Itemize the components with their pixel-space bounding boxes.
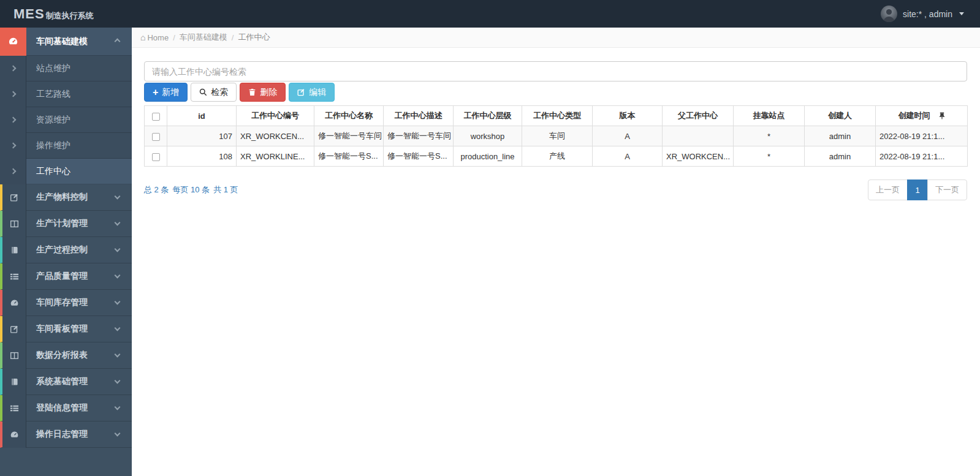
columns-icon: [2, 342, 26, 369]
sidebar-item-work-center[interactable]: 工作中心: [0, 159, 132, 184]
sidebar-item-operation-maintenance[interactable]: 操作维护: [0, 133, 132, 159]
pin-icon[interactable]: [939, 112, 945, 119]
chevron-down-icon: [115, 325, 121, 331]
sidebar-item-resource-maintenance[interactable]: 资源维护: [0, 107, 132, 133]
cell-name: 修一智能一号车间: [314, 126, 384, 146]
page-1-button[interactable]: 1: [907, 179, 928, 200]
next-page-button[interactable]: 下一页: [927, 179, 967, 200]
sidebar-item-station-maintenance[interactable]: 站点维护: [0, 56, 132, 81]
sidebar-group-inventory-management[interactable]: 车间库存管理: [0, 290, 132, 316]
user-label: site:* , admin: [903, 9, 952, 19]
column-header-code[interactable]: 工作中心编号: [237, 106, 314, 126]
sidebar-group-label: 车间库存管理: [26, 297, 115, 308]
top-navbar: MES 制造执行系统 site:* , admin: [0, 0, 980, 28]
breadcrumb-separator: /: [232, 33, 234, 42]
cell-creator: admin: [805, 126, 876, 146]
search-button[interactable]: 检索: [191, 83, 237, 102]
column-header-creator[interactable]: 创建人: [805, 106, 876, 126]
sidebar-group-kanban-management[interactable]: 车间看板管理: [0, 316, 132, 342]
chevron-right-icon: [0, 107, 26, 133]
sidebar-group-material-control[interactable]: 生产物料控制: [0, 184, 132, 211]
search-input[interactable]: [144, 61, 967, 81]
list-icon: [2, 263, 26, 290]
pagination-page-count[interactable]: 共 1 页: [213, 184, 238, 195]
sidebar-group-label: 操作日志管理: [26, 429, 115, 440]
column-header-station[interactable]: 挂靠站点: [734, 106, 805, 126]
dashboard-icon: [0, 28, 26, 56]
sidebar-item-label: 工作中心: [26, 166, 132, 177]
sidebar-item-label: 操作维护: [26, 140, 132, 151]
dashboard-icon: [2, 421, 26, 448]
logo-mes-text: MES: [13, 6, 45, 22]
sidebar-group-process-control[interactable]: 生产过程控制: [0, 237, 132, 263]
cell-desc: 修一智能一号车间: [384, 126, 454, 146]
chevron-right-icon: [0, 159, 26, 184]
app-logo: MES 制造执行系统: [0, 6, 132, 22]
caret-down-icon: [959, 12, 964, 15]
sidebar-group-login-info[interactable]: 登陆信息管理: [0, 395, 132, 421]
chevron-down-icon: [115, 246, 121, 252]
sidebar-item-process-route[interactable]: 工艺路线: [0, 81, 132, 107]
sidebar-group-label: 车间基础建模: [26, 36, 115, 47]
table-header-row: id 工作中心编号 工作中心名称 工作中心描述 工作中心层级 工作中心类型 版本…: [145, 106, 968, 126]
select-all-checkbox[interactable]: [152, 113, 160, 121]
table-row[interactable]: 108 XR_WORKLINE... 修一智能一号S... 修一智能一号S...…: [145, 146, 968, 167]
edit-button-label: 编辑: [309, 87, 326, 98]
avatar[interactable]: [881, 6, 897, 22]
breadcrumb-home-link[interactable]: Home: [147, 33, 169, 42]
sidebar-group-label: 生产过程控制: [26, 244, 115, 255]
sidebar-group-quality-management[interactable]: 产品质量管理: [0, 263, 132, 290]
sidebar-item-label: 资源维护: [26, 115, 132, 126]
chevron-right-icon: [0, 81, 26, 107]
cell-code: XR_WORKCEN...: [237, 126, 314, 146]
cell-code: XR_WORKLINE...: [237, 146, 314, 167]
column-header-version[interactable]: 版本: [593, 106, 663, 126]
sidebar-group-label: 产品质量管理: [26, 271, 115, 282]
sidebar-group-label: 车间看板管理: [26, 323, 115, 334]
cell-parent: [663, 126, 734, 146]
person-icon: [881, 6, 897, 22]
column-header-created[interactable]: 创建时间: [876, 106, 968, 126]
sidebar-group-production-plan[interactable]: 生产计划管理: [0, 211, 132, 237]
trash-icon: [248, 88, 256, 96]
cell-type: 产线: [522, 146, 593, 167]
delete-button-label: 删除: [260, 87, 277, 98]
column-header-name[interactable]: 工作中心名称: [314, 106, 384, 126]
cell-creator: admin: [805, 146, 876, 167]
table-row[interactable]: 107 XR_WORKCEN... 修一智能一号车间 修一智能一号车间 work…: [145, 126, 968, 146]
cell-created: 2022-08-19 21:1...: [876, 146, 968, 167]
pagination-bar: 总 2 条 每页 10 条 共 1 页 上一页 1 下一页: [144, 179, 967, 200]
column-header-desc[interactable]: 工作中心描述: [384, 106, 454, 126]
column-header-type[interactable]: 工作中心类型: [522, 106, 593, 126]
sidebar-group-data-analysis[interactable]: 数据分析报表: [0, 342, 132, 369]
breadcrumb-item-workshop-modeling[interactable]: 车间基础建模: [180, 32, 227, 43]
chevron-right-icon: [0, 56, 26, 81]
chevron-down-icon: [115, 298, 121, 304]
chevron-down-icon: [115, 351, 121, 357]
cell-id: 108: [167, 146, 237, 167]
column-header-id[interactable]: id: [167, 106, 237, 126]
chevron-down-icon: [115, 193, 121, 199]
list-icon: [2, 395, 26, 421]
column-header-level[interactable]: 工作中心层级: [454, 106, 522, 126]
sidebar-group-workshop-modeling[interactable]: 车间基础建模: [0, 28, 132, 56]
pagination-total[interactable]: 总 2 条: [144, 184, 169, 195]
breadcrumb: ⌂ Home / 车间基础建模 / 工作中心: [132, 28, 980, 48]
pagination-per-page[interactable]: 每页 10 条: [172, 184, 210, 195]
chevron-down-icon: [115, 430, 121, 436]
sidebar-group-system-management[interactable]: 系统基础管理: [0, 369, 132, 395]
column-header-parent[interactable]: 父工作中心: [663, 106, 734, 126]
chevron-up-icon: [115, 39, 121, 45]
cell-type: 车间: [522, 126, 593, 146]
edit-icon: [2, 184, 26, 211]
sidebar-group-operation-log[interactable]: 操作日志管理: [0, 421, 132, 448]
row-checkbox[interactable]: [152, 153, 160, 161]
prev-page-button[interactable]: 上一页: [868, 179, 908, 200]
user-menu[interactable]: site:* , admin: [881, 6, 980, 22]
work-center-table: id 工作中心编号 工作中心名称 工作中心描述 工作中心层级 工作中心类型 版本…: [144, 105, 968, 167]
add-button[interactable]: + 新增: [144, 83, 188, 102]
delete-button[interactable]: 删除: [240, 83, 286, 102]
row-checkbox[interactable]: [152, 133, 160, 141]
edit-button[interactable]: 编辑: [289, 83, 335, 102]
pagination-summary: 总 2 条 每页 10 条 共 1 页: [144, 184, 238, 195]
